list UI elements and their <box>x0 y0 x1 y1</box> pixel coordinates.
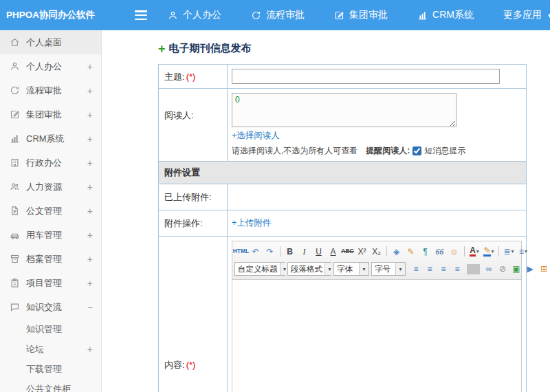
align-right-button[interactable]: ≡ <box>437 262 450 276</box>
expand-toggle-icon[interactable]: + <box>87 133 93 144</box>
superscript-button[interactable]: X² <box>355 244 369 259</box>
toolbar-separator <box>467 264 480 274</box>
expand-toggle-icon[interactable]: + <box>87 182 93 193</box>
sidebar-item-label: 下载管理 <box>26 363 89 375</box>
sidebar-item-label: 个人办公 <box>26 61 83 73</box>
paragraph-format-select[interactable]: 段落格式 ▾ <box>287 262 331 276</box>
unordered-list-button[interactable]: ≡▾ <box>516 244 530 259</box>
auto-typeset-button[interactable]: ¶ <box>419 244 432 259</box>
align-center-button[interactable]: ≡ <box>424 262 437 276</box>
sidebar-item-icon <box>10 85 20 96</box>
sidebar-item-label: CRM系统 <box>26 133 83 145</box>
nav-item-label: 更多应用 <box>503 9 542 21</box>
nav-crm-system[interactable]: CRM系统 <box>417 9 480 21</box>
sidebar-item-icon <box>10 109 20 120</box>
sidebar-item-icon <box>10 302 20 312</box>
hamburger-menu-icon[interactable] <box>135 10 147 20</box>
emotion-button[interactable]: ☺ <box>448 244 461 259</box>
font-color-button[interactable]: A▾ <box>468 244 481 259</box>
sidebar-item-admin-office[interactable]: 行政办公 + <box>0 151 101 175</box>
expand-toggle-icon[interactable]: + <box>87 206 93 217</box>
sidebar-item-public-file-cabinet[interactable]: 公共文件柜 <box>0 379 101 392</box>
expand-toggle-icon[interactable]: + <box>87 254 93 265</box>
font-size-select[interactable]: 字号 ▾ <box>371 262 406 276</box>
sidebar-item-label: 知识管理 <box>26 323 89 336</box>
readers-textarea[interactable]: 0 <box>232 93 456 127</box>
highlight-color-button[interactable]: ✎▾ <box>482 244 496 259</box>
video-button[interactable]: ▶ <box>524 262 537 276</box>
sidebar-item-project-management[interactable]: 项目管理 + <box>0 271 101 295</box>
sms-notify-label: 短消息提示 <box>424 145 465 157</box>
blockquote-button[interactable]: 66 <box>433 244 447 259</box>
custom-title-select[interactable]: 自定义标题 ▾ <box>234 262 285 276</box>
redo-button[interactable]: ↷ <box>263 244 277 259</box>
sidebar-item-archive-management[interactable]: 档案管理 + <box>0 247 101 271</box>
font-border-button[interactable]: A <box>327 244 340 259</box>
strikethrough-button[interactable]: ABC <box>341 244 355 259</box>
nav-personal-office[interactable]: 个人办公 <box>168 9 228 21</box>
nav-more-apps[interactable]: 更多应用 ▾ <box>503 9 550 21</box>
subject-input[interactable] <box>232 69 500 84</box>
link-button[interactable]: ∞ <box>483 262 496 276</box>
font-family-select[interactable]: 字体 ▾ <box>333 262 369 276</box>
attachment-settings-header: 附件设置 <box>159 162 526 184</box>
html-source-button[interactable]: HTML <box>234 244 248 259</box>
expand-toggle-icon[interactable]: + <box>87 278 93 289</box>
content-row: 内容:(*) HTML↶↷BIUAABCX²X₂◈✎¶66☺A▾✎▾≣▾≡▾ <box>159 237 526 392</box>
sidebar-item-label: 公文管理 <box>26 205 83 217</box>
table-button[interactable]: ⊞ <box>538 262 550 276</box>
sidebar-item-group-approval[interactable]: 集团审批 + <box>0 102 101 127</box>
uploaded-attachments-row: 已上传附件: <box>159 184 526 210</box>
align-justify-button[interactable]: ≡ <box>451 262 464 276</box>
toolbar-separator <box>386 246 387 257</box>
subscript-button[interactable]: X₂ <box>370 244 384 259</box>
expand-toggle-icon[interactable]: + <box>87 109 93 120</box>
expand-toggle-icon[interactable]: + <box>87 61 93 72</box>
choose-readers-link[interactable]: +选择阅读人 <box>232 131 280 140</box>
editor-content-area[interactable] <box>232 280 521 392</box>
expand-toggle-icon[interactable]: − <box>87 302 93 313</box>
sidebar-item-vehicle-management[interactable]: 用车管理 + <box>0 223 101 247</box>
sidebar-item-knowledge-exchange[interactable]: 知识交流 − <box>0 295 101 319</box>
undo-button[interactable]: ↶ <box>249 244 263 259</box>
sidebar-item-human-resources[interactable]: 人力资源 + <box>0 175 101 199</box>
sidebar-nav: 个人桌面 个人办公 + 流程审批 + 集团审批 + CRM系统 + 行政办公 <box>0 30 102 392</box>
bold-button[interactable]: B <box>283 244 297 259</box>
italic-button[interactable]: I <box>298 244 311 259</box>
nav-group-approval[interactable]: 集团审批 <box>334 9 394 21</box>
sms-notify-checkbox[interactable] <box>412 146 421 155</box>
app-window: PHPOA协同办公软件 个人办公 流程审批 集团审批 CRM系统 <box>0 0 550 392</box>
sidebar-item-forum[interactable]: 论坛 + <box>0 339 101 359</box>
nav-item-icon <box>417 10 428 21</box>
sidebar-item-crm-system[interactable]: CRM系统 + <box>0 127 101 151</box>
page-title: + 电子期刊信息发布 <box>102 30 550 55</box>
sidebar-item-workflow-approval[interactable]: 流程审批 + <box>0 78 101 102</box>
nav-workflow-approval[interactable]: 流程审批 <box>251 9 311 21</box>
toolbar-separator <box>280 246 280 257</box>
ordered-list-button[interactable]: ≣▾ <box>502 244 516 259</box>
editor-toolbar: HTML↶↷BIUAABCX²X₂◈✎¶66☺A▾✎▾≣▾≡▾ 自定义标题 ▾ … <box>232 241 521 280</box>
sidebar-item-knowledge-management[interactable]: 知识管理 <box>0 319 101 339</box>
nav-item-label: 个人办公 <box>183 9 221 21</box>
upload-attachment-link[interactable]: +上传附件 <box>232 217 271 229</box>
align-left-button[interactable]: ≡ <box>410 262 423 276</box>
sidebar-item-personal-office[interactable]: 个人办公 + <box>0 54 101 78</box>
unlink-button[interactable]: ⊘ <box>496 262 509 276</box>
sidebar-item-personal-desktop[interactable]: 个人桌面 <box>0 30 101 54</box>
uploaded-attachments-label: 已上传附件: <box>159 184 228 210</box>
nav-item-label: 流程审批 <box>266 9 305 21</box>
expand-toggle-icon[interactable]: + <box>87 85 93 96</box>
expand-toggle-icon[interactable]: + <box>87 157 93 168</box>
expand-toggle-icon[interactable]: + <box>87 344 93 355</box>
chevron-down-icon: ▾ <box>395 263 405 275</box>
app-logo: PHPOA协同办公软件 <box>0 9 95 21</box>
format-painter-button[interactable]: ✎ <box>404 244 418 259</box>
sidebar-item-document-management[interactable]: 公文管理 + <box>0 199 101 223</box>
remove-format-button[interactable]: ◈ <box>390 244 404 259</box>
underline-button[interactable]: U <box>312 244 326 259</box>
expand-toggle-icon[interactable]: + <box>87 230 93 241</box>
sidebar-item-download-management[interactable]: 下载管理 <box>0 359 101 379</box>
image-button[interactable]: ▣ <box>510 262 523 276</box>
sidebar-item-label: 流程审批 <box>26 85 83 97</box>
sidebar-item-label: 论坛 <box>26 343 83 356</box>
